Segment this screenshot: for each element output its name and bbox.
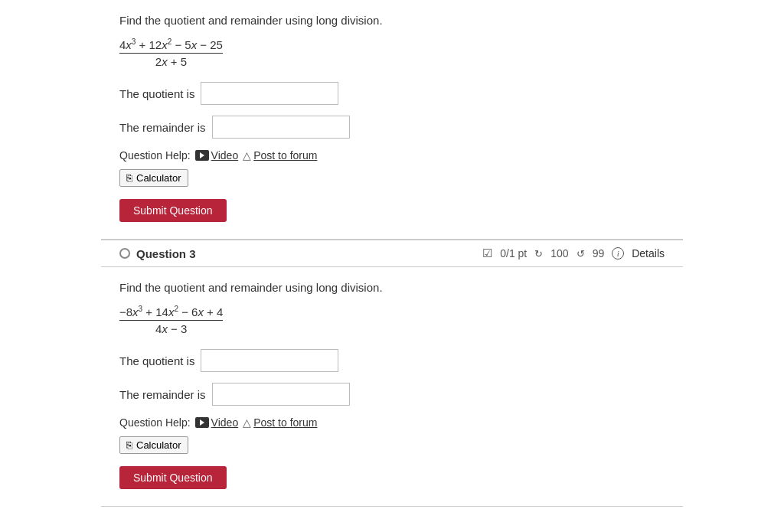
q3-submit-button[interactable]: Submit Question	[119, 466, 227, 489]
q2-calculator-button[interactable]: ⎘ Calculator	[119, 169, 188, 187]
q2-submit-label: Submit Question	[133, 204, 213, 217]
q3-calculator-label: Calculator	[136, 439, 181, 451]
question3-block: Find the quotient and remainder using lo…	[101, 267, 683, 507]
q2-quotient-label: The quotient is	[119, 87, 194, 100]
q2-video-label: Video	[211, 149, 239, 162]
q3-checkbox-icon: ☑	[482, 246, 492, 260]
q3-numerator: −8x3 + 14x2 − 6x + 4	[119, 305, 223, 320]
page-container: Find the quotient and remainder using lo…	[101, 0, 683, 507]
q3-info-icon: i	[612, 247, 624, 259]
q3-header: Question 3 ☑ 0/1 pt ↻ 100 ↺ 99 i Details	[101, 240, 683, 267]
q3-remainder-input[interactable]	[212, 383, 350, 406]
q3-remainder-row: The remainder is	[119, 383, 665, 406]
q2-instruction: Find the quotient and remainder using lo…	[119, 14, 665, 27]
q3-submit-label: Submit Question	[133, 472, 213, 484]
q3-details-link[interactable]: Details	[632, 247, 665, 259]
q3-video-link[interactable]: Video	[195, 416, 239, 429]
q2-numerator: 4x3 + 12x2 − 5x − 25	[119, 38, 223, 53]
q3-dot	[119, 248, 130, 259]
q2-calc-icon: ⎘	[126, 172, 132, 184]
q3-header-left: Question 3	[119, 247, 196, 260]
q3-remainder-label: The remainder is	[119, 388, 206, 401]
q3-calc-icon: ⎘	[126, 439, 132, 451]
q2-remainder-input[interactable]	[212, 116, 350, 139]
q3-instruction: Find the quotient and remainder using lo…	[119, 281, 665, 294]
q3-quotient-row: The quotient is	[119, 349, 665, 372]
q3-fraction: −8x3 + 14x2 − 6x + 4 4x − 3	[119, 305, 223, 335]
q2-remainder-label: The remainder is	[119, 121, 206, 134]
q3-retry-icon: ↺	[577, 248, 585, 259]
q2-video-link[interactable]: Video	[195, 149, 239, 162]
q3-denominator: 4x − 3	[155, 321, 187, 335]
q2-quotient-row: The quotient is	[119, 82, 665, 105]
q2-forum-label: Post to forum	[253, 149, 317, 162]
q2-help-row: Question Help: Video △ Post to forum	[119, 149, 665, 162]
q2-forum-icon: △	[243, 149, 251, 162]
q3-quotient-label: The quotient is	[119, 354, 194, 367]
q3-help-row: Question Help: Video △ Post to forum	[119, 416, 665, 429]
q2-submit-button[interactable]: Submit Question	[119, 199, 227, 222]
q3-sync-icon: ↻	[534, 248, 543, 259]
q3-forum-icon: △	[243, 416, 251, 429]
q2-help-label: Question Help:	[119, 149, 191, 162]
q2-forum-link[interactable]: △ Post to forum	[243, 149, 317, 162]
q3-video-label: Video	[211, 416, 239, 429]
q3-video-icon	[195, 417, 209, 428]
q2-quotient-input[interactable]	[201, 82, 338, 105]
q3-title: Question 3	[136, 247, 196, 260]
question2-block: Find the quotient and remainder using lo…	[101, 0, 683, 240]
q3-help-label: Question Help:	[119, 416, 191, 429]
q3-calculator-button[interactable]: ⎘ Calculator	[119, 436, 188, 454]
q3-score2: 99	[593, 247, 605, 259]
q3-points: 0/1 pt	[500, 247, 527, 259]
q3-quotient-input[interactable]	[201, 349, 338, 372]
q3-forum-label: Post to forum	[253, 416, 317, 429]
q3-score1: 100	[550, 247, 568, 259]
q3-forum-link[interactable]: △ Post to forum	[243, 416, 317, 429]
q2-remainder-row: The remainder is	[119, 116, 665, 139]
q2-denominator: 2x + 5	[155, 54, 187, 68]
q2-fraction: 4x3 + 12x2 − 5x − 25 2x + 5	[119, 38, 223, 68]
q2-calculator-label: Calculator	[136, 172, 181, 184]
q3-header-right: ☑ 0/1 pt ↻ 100 ↺ 99 i Details	[482, 246, 665, 260]
q2-video-icon	[195, 150, 209, 161]
